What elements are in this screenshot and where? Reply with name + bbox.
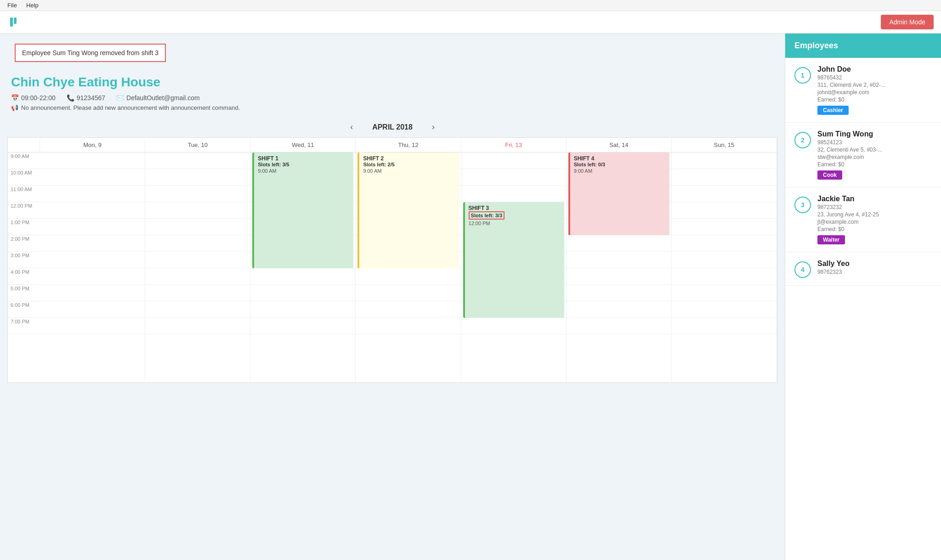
day-slot [145, 318, 250, 334]
day-slot [461, 169, 566, 186]
employee-address-2: 32, Clementi Ave 5, #03-... [817, 147, 932, 153]
employee-id-1: 98765432 [817, 74, 932, 81]
day-slot [40, 153, 145, 169]
menu-help[interactable]: Help [26, 2, 39, 9]
time-slot: 2:00 PM [8, 235, 40, 252]
day-slot [250, 268, 355, 285]
day-slot [250, 301, 355, 318]
day-slot [461, 318, 566, 334]
employee-info-1: John Doe 98765432 311, Clementi Ave 2, #… [817, 65, 932, 115]
day-header-6: Sun, 15 [672, 138, 777, 152]
time-slot: 9:00 AM [8, 153, 40, 169]
employee-email-1: johnd@example.com [817, 89, 932, 96]
employee-id-2: 98524123 [817, 139, 932, 146]
day-slot [672, 318, 777, 334]
time-slot: 5:00 PM [8, 285, 40, 301]
shift-2-id: SHIFT 2 [363, 155, 455, 162]
day-slot [567, 285, 671, 301]
day-col-sat: SHIFT 4 Slots left: 0/3 9:00 AM [567, 153, 672, 382]
employee-name-4: Sally Yeo [817, 260, 932, 268]
employee-num-4: 4 [794, 261, 811, 278]
employee-name-2: Sum Ting Wong [817, 130, 932, 138]
calendar-icon: 📅 [11, 94, 19, 102]
shift-3-block[interactable]: SHIFT 3 Slots left: 3/3 12:00 PM [463, 202, 564, 318]
day-slot [145, 252, 250, 268]
calendar-body: 9:00 AM 10:00 AM 11:00 AM 12:00 PM 1:00 … [8, 153, 777, 382]
shift-2-slots: Slots left: 2/5 [363, 162, 455, 167]
day-slot [40, 252, 145, 268]
day-slot [40, 202, 145, 219]
employee-info-2: Sum Ting Wong 98524123 32, Clementi Ave … [817, 130, 932, 180]
day-slot [672, 252, 777, 268]
day-header-2: Wed, 11 [250, 138, 356, 152]
employee-info-3: Jackie Tan 98723232 23, Jurong Ave 4, #1… [817, 195, 932, 244]
day-slot [145, 186, 250, 202]
shift-1-slots: Slots left: 3/5 [258, 162, 350, 167]
day-slot [145, 202, 250, 219]
calendar-header: Mon, 9 Tue, 10 Wed, 11 Thu, 12 Fri, 13 S… [8, 138, 777, 153]
time-slot: 11:00 AM [8, 186, 40, 202]
outlet-phone: 📞 91234567 [67, 94, 105, 102]
email-icon: ✉️ [116, 94, 124, 102]
employee-role-badge-3: Waiter [817, 235, 845, 244]
day-col-wed: SHIFT 1 Slots left: 3/5 9:00 AM [250, 153, 356, 382]
next-month-button[interactable]: › [427, 120, 439, 134]
time-slot: 12:00 PM [8, 202, 40, 219]
time-slot: 7:00 PM [8, 318, 40, 334]
shift-1-block[interactable]: SHIFT 1 Slots left: 3/5 9:00 AM [252, 153, 353, 268]
day-slot [567, 235, 671, 252]
time-slot: 10:00 AM [8, 169, 40, 186]
calendar-grid: Mon, 9 Tue, 10 Wed, 11 Thu, 12 Fri, 13 S… [7, 137, 777, 383]
employee-earned-3: Earned: $0 [817, 226, 932, 232]
shift-2-block[interactable]: SHIFT 2 Slots left: 2/5 9:00 AM [357, 153, 459, 268]
employee-num-2: 2 [794, 132, 811, 148]
menubar: File Help [0, 0, 941, 11]
sidebar-title: Employees [794, 41, 838, 50]
day-slot [672, 153, 777, 169]
admin-mode-button[interactable]: Admin Mode [881, 15, 934, 29]
day-col-thu: SHIFT 2 Slots left: 2/5 9:00 AM [356, 153, 461, 382]
day-slot [672, 301, 777, 318]
shift-3-id: SHIFT 3 [469, 205, 561, 211]
employee-card-3[interactable]: 3 Jackie Tan 98723232 23, Jurong Ave 4, … [785, 187, 941, 252]
day-slot [145, 301, 250, 318]
shift-3-slots: Slots left: 3/3 [469, 211, 505, 220]
sidebar: Employees 1 John Doe 98765432 311, Cleme… [785, 34, 941, 560]
day-slot [40, 235, 145, 252]
layout: Employee Sum Ting Wong removed from shif… [0, 34, 941, 560]
day-header-1: Tue, 10 [145, 138, 250, 152]
day-slot [672, 235, 777, 252]
day-slot [567, 268, 671, 285]
outlet-hours: 📅 09:00-22:00 [11, 94, 56, 102]
employee-card-4[interactable]: 4 Sally Yeo 98762323 [785, 252, 941, 286]
shift-4-block[interactable]: SHIFT 4 Slots left: 0/3 9:00 AM [568, 153, 669, 235]
menu-file[interactable]: File [7, 2, 17, 9]
time-slot: 1:00 PM [8, 219, 40, 235]
employee-id-4: 98762323 [817, 269, 932, 275]
topbar: Admin Mode [0, 11, 941, 34]
employee-num-1: 1 [794, 67, 811, 84]
day-slot [567, 318, 671, 334]
day-slot [145, 285, 250, 301]
time-slot: 6:00 PM [8, 301, 40, 318]
day-slot [356, 285, 460, 301]
day-slot [672, 219, 777, 235]
day-slot [567, 301, 671, 318]
day-slot [250, 318, 355, 334]
employee-email-3: jt@example.com [817, 219, 932, 225]
employee-card-2[interactable]: 2 Sum Ting Wong 98524123 32, Clementi Av… [785, 123, 941, 187]
calendar-section: ‹ APRIL 2018 › Mon, 9 Tue, 10 Wed, 11 Th… [0, 115, 785, 390]
shift-4-id: SHIFT 4 [574, 155, 666, 162]
outlet-name: Chin Chye Eating House [11, 75, 774, 90]
day-slot [40, 186, 145, 202]
employee-card-1[interactable]: 1 John Doe 98765432 311, Clementi Ave 2,… [785, 58, 941, 123]
svg-rect-1 [14, 17, 17, 24]
time-slot: 4:00 PM [8, 268, 40, 285]
outlet-details: 📅 09:00-22:00 📞 91234567 ✉️ DefaultOutle… [11, 94, 774, 102]
day-slot [40, 169, 145, 186]
employee-name-3: Jackie Tan [817, 195, 932, 203]
day-col-tue [145, 153, 250, 382]
day-slot [145, 153, 250, 169]
time-header [8, 138, 40, 152]
prev-month-button[interactable]: ‹ [346, 120, 357, 134]
